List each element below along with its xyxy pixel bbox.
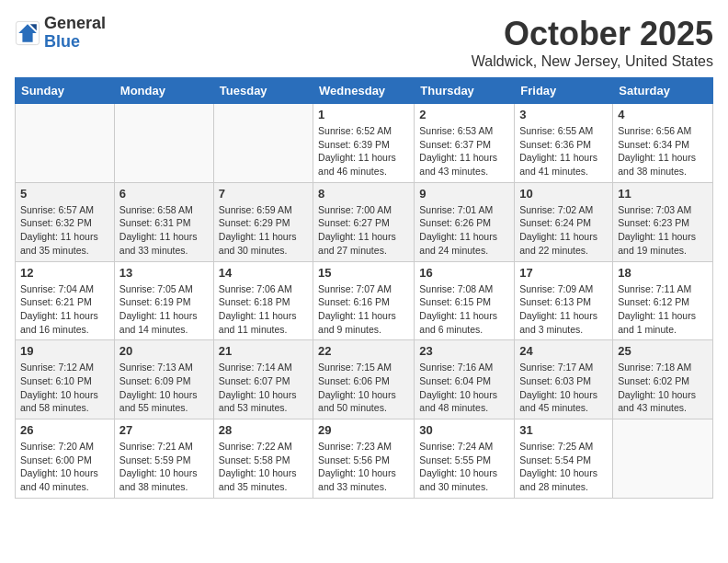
day-number: 25 xyxy=(618,344,708,358)
day-number: 8 xyxy=(318,187,409,201)
day-info: Sunrise: 6:58 AM Sunset: 6:31 PM Dayligh… xyxy=(119,203,209,258)
calendar-cell: 28Sunrise: 7:22 AM Sunset: 5:58 PM Dayli… xyxy=(213,419,313,499)
calendar-header-row: SundayMondayTuesdayWednesdayThursdayFrid… xyxy=(16,78,713,104)
day-number: 4 xyxy=(618,108,708,121)
day-number: 19 xyxy=(20,344,109,358)
day-info: Sunrise: 6:52 AM Sunset: 6:39 PM Dayligh… xyxy=(318,124,409,178)
page-header: General Blue October 2025 Waldwick, New … xyxy=(15,15,713,70)
day-number: 20 xyxy=(119,344,209,358)
day-number: 16 xyxy=(419,266,509,280)
day-number: 1 xyxy=(318,108,409,121)
col-header-tuesday: Tuesday xyxy=(213,78,313,104)
day-info: Sunrise: 6:55 AM Sunset: 6:36 PM Dayligh… xyxy=(519,124,608,178)
day-info: Sunrise: 7:00 AM Sunset: 6:27 PM Dayligh… xyxy=(318,203,409,258)
day-number: 28 xyxy=(219,423,308,437)
day-info: Sunrise: 7:13 AM Sunset: 6:09 PM Dayligh… xyxy=(119,361,209,415)
day-number: 24 xyxy=(519,344,608,358)
calendar-week-4: 19Sunrise: 7:12 AM Sunset: 6:10 PM Dayli… xyxy=(16,340,713,419)
day-info: Sunrise: 7:01 AM Sunset: 6:26 PM Dayligh… xyxy=(419,203,509,258)
calendar-title: October 2025 xyxy=(472,15,713,53)
col-header-saturday: Saturday xyxy=(613,78,713,104)
calendar-cell: 10Sunrise: 7:02 AM Sunset: 6:24 PM Dayli… xyxy=(515,182,613,261)
day-info: Sunrise: 7:04 AM Sunset: 6:21 PM Dayligh… xyxy=(20,282,109,337)
col-header-sunday: Sunday xyxy=(16,78,115,104)
day-info: Sunrise: 7:16 AM Sunset: 6:04 PM Dayligh… xyxy=(419,361,509,415)
day-info: Sunrise: 7:18 AM Sunset: 6:02 PM Dayligh… xyxy=(618,361,708,415)
day-number: 13 xyxy=(119,266,209,280)
day-info: Sunrise: 6:59 AM Sunset: 6:29 PM Dayligh… xyxy=(219,203,308,258)
day-number: 2 xyxy=(419,108,509,121)
calendar-cell: 8Sunrise: 7:00 AM Sunset: 6:27 PM Daylig… xyxy=(313,182,415,261)
calendar-cell: 11Sunrise: 7:03 AM Sunset: 6:23 PM Dayli… xyxy=(613,182,713,261)
calendar-cell: 25Sunrise: 7:18 AM Sunset: 6:02 PM Dayli… xyxy=(613,340,713,419)
calendar-cell: 21Sunrise: 7:14 AM Sunset: 6:07 PM Dayli… xyxy=(213,340,313,419)
calendar-cell: 29Sunrise: 7:23 AM Sunset: 5:56 PM Dayli… xyxy=(313,419,415,499)
calendar-cell: 6Sunrise: 6:58 AM Sunset: 6:31 PM Daylig… xyxy=(114,182,213,261)
day-number: 18 xyxy=(618,266,708,280)
day-info: Sunrise: 6:53 AM Sunset: 6:37 PM Dayligh… xyxy=(419,124,509,178)
logo-icon xyxy=(15,20,40,46)
day-info: Sunrise: 7:21 AM Sunset: 5:59 PM Dayligh… xyxy=(119,440,209,494)
calendar-cell: 24Sunrise: 7:17 AM Sunset: 6:03 PM Dayli… xyxy=(515,340,613,419)
day-number: 30 xyxy=(419,423,509,437)
day-info: Sunrise: 7:17 AM Sunset: 6:03 PM Dayligh… xyxy=(519,361,608,415)
calendar-cell: 19Sunrise: 7:12 AM Sunset: 6:10 PM Dayli… xyxy=(16,340,115,419)
calendar-table: SundayMondayTuesdayWednesdayThursdayFrid… xyxy=(15,77,713,499)
col-header-wednesday: Wednesday xyxy=(313,78,415,104)
day-number: 10 xyxy=(519,187,608,201)
day-number: 21 xyxy=(219,344,308,358)
day-info: Sunrise: 6:56 AM Sunset: 6:34 PM Dayligh… xyxy=(618,124,708,178)
calendar-cell: 23Sunrise: 7:16 AM Sunset: 6:04 PM Dayli… xyxy=(415,340,515,419)
calendar-cell: 16Sunrise: 7:08 AM Sunset: 6:15 PM Dayli… xyxy=(415,261,515,340)
day-info: Sunrise: 7:25 AM Sunset: 5:54 PM Dayligh… xyxy=(519,440,608,494)
calendar-subtitle: Waldwick, New Jersey, United States xyxy=(472,53,713,70)
day-info: Sunrise: 7:11 AM Sunset: 6:12 PM Dayligh… xyxy=(618,282,708,337)
day-number: 17 xyxy=(519,266,608,280)
calendar-cell: 27Sunrise: 7:21 AM Sunset: 5:59 PM Dayli… xyxy=(114,419,213,499)
day-info: Sunrise: 7:07 AM Sunset: 6:16 PM Dayligh… xyxy=(318,282,409,337)
calendar-cell: 9Sunrise: 7:01 AM Sunset: 6:26 PM Daylig… xyxy=(415,182,515,261)
calendar-cell xyxy=(613,419,713,499)
day-number: 6 xyxy=(119,187,209,201)
calendar-cell: 3Sunrise: 6:55 AM Sunset: 6:36 PM Daylig… xyxy=(515,104,613,183)
calendar-week-2: 5Sunrise: 6:57 AM Sunset: 6:32 PM Daylig… xyxy=(16,182,713,261)
calendar-cell: 18Sunrise: 7:11 AM Sunset: 6:12 PM Dayli… xyxy=(613,261,713,340)
calendar-cell: 12Sunrise: 7:04 AM Sunset: 6:21 PM Dayli… xyxy=(16,261,115,340)
calendar-cell: 4Sunrise: 6:56 AM Sunset: 6:34 PM Daylig… xyxy=(613,104,713,183)
day-info: Sunrise: 7:22 AM Sunset: 5:58 PM Dayligh… xyxy=(219,440,308,494)
day-info: Sunrise: 7:24 AM Sunset: 5:55 PM Dayligh… xyxy=(419,440,509,494)
day-info: Sunrise: 7:23 AM Sunset: 5:56 PM Dayligh… xyxy=(318,440,409,494)
day-number: 31 xyxy=(519,423,608,437)
day-info: Sunrise: 7:08 AM Sunset: 6:15 PM Dayligh… xyxy=(419,282,509,337)
day-info: Sunrise: 7:12 AM Sunset: 6:10 PM Dayligh… xyxy=(20,361,109,415)
day-number: 12 xyxy=(20,266,109,280)
col-header-friday: Friday xyxy=(515,78,613,104)
calendar-cell: 1Sunrise: 6:52 AM Sunset: 6:39 PM Daylig… xyxy=(313,104,415,183)
day-number: 26 xyxy=(20,423,109,437)
calendar-cell: 26Sunrise: 7:20 AM Sunset: 6:00 PM Dayli… xyxy=(16,419,115,499)
day-number: 29 xyxy=(318,423,409,437)
day-number: 3 xyxy=(519,108,608,121)
day-info: Sunrise: 7:20 AM Sunset: 6:00 PM Dayligh… xyxy=(20,440,109,494)
day-number: 14 xyxy=(219,266,308,280)
calendar-cell: 15Sunrise: 7:07 AM Sunset: 6:16 PM Dayli… xyxy=(313,261,415,340)
calendar-cell: 22Sunrise: 7:15 AM Sunset: 6:06 PM Dayli… xyxy=(313,340,415,419)
day-info: Sunrise: 7:02 AM Sunset: 6:24 PM Dayligh… xyxy=(519,203,608,258)
calendar-week-5: 26Sunrise: 7:20 AM Sunset: 6:00 PM Dayli… xyxy=(16,419,713,499)
calendar-cell: 2Sunrise: 6:53 AM Sunset: 6:37 PM Daylig… xyxy=(415,104,515,183)
calendar-week-3: 12Sunrise: 7:04 AM Sunset: 6:21 PM Dayli… xyxy=(16,261,713,340)
col-header-thursday: Thursday xyxy=(415,78,515,104)
calendar-cell: 30Sunrise: 7:24 AM Sunset: 5:55 PM Dayli… xyxy=(415,419,515,499)
day-number: 5 xyxy=(20,187,109,201)
day-info: Sunrise: 7:06 AM Sunset: 6:18 PM Dayligh… xyxy=(219,282,308,337)
calendar-cell xyxy=(114,104,213,183)
calendar-cell: 5Sunrise: 6:57 AM Sunset: 6:32 PM Daylig… xyxy=(16,182,115,261)
title-block: October 2025 Waldwick, New Jersey, Unite… xyxy=(472,15,713,70)
calendar-cell: 14Sunrise: 7:06 AM Sunset: 6:18 PM Dayli… xyxy=(213,261,313,340)
calendar-cell xyxy=(16,104,115,183)
day-info: Sunrise: 7:03 AM Sunset: 6:23 PM Dayligh… xyxy=(618,203,708,258)
col-header-monday: Monday xyxy=(114,78,213,104)
calendar-week-1: 1Sunrise: 6:52 AM Sunset: 6:39 PM Daylig… xyxy=(16,104,713,183)
day-info: Sunrise: 7:05 AM Sunset: 6:19 PM Dayligh… xyxy=(119,282,209,337)
calendar-cell: 13Sunrise: 7:05 AM Sunset: 6:19 PM Dayli… xyxy=(114,261,213,340)
